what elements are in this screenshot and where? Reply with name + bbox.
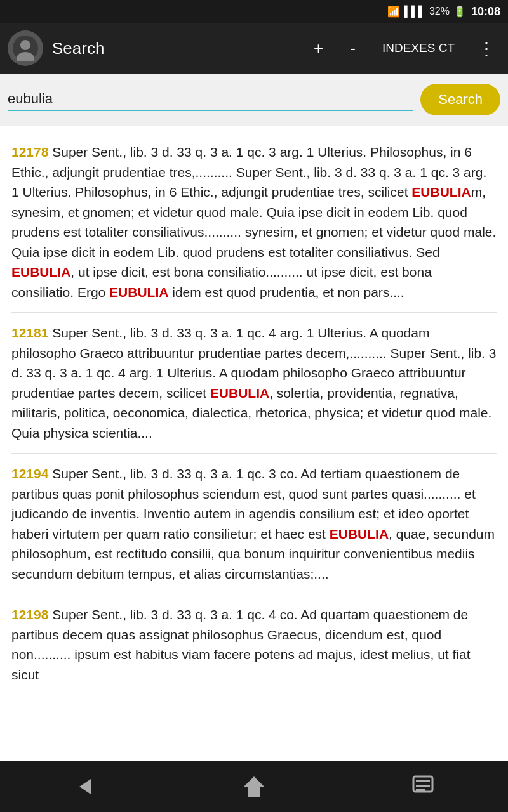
result-id: 12198: [11, 607, 48, 622]
battery-icon: 🔋: [453, 6, 466, 18]
status-bar: 📶 ▌▌▌ 32% 🔋 10:08: [0, 0, 508, 23]
app-title: Search: [52, 39, 296, 58]
app-bar: Search + - INDEXES CT ⋮: [0, 23, 508, 74]
back-button[interactable]: [59, 768, 110, 806]
result-id: 12181: [11, 325, 48, 340]
results-list: 12178 Super Sent., lib. 3 d. 33 q. 3 a. …: [0, 126, 508, 761]
svg-rect-7: [416, 785, 430, 787]
svg-rect-6: [416, 780, 430, 782]
search-highlight: EUBULIA: [11, 265, 70, 279]
search-highlight: EUBULIA: [210, 386, 269, 400]
result-id: 12178: [11, 145, 48, 159]
time-display: 10:08: [471, 5, 500, 18]
battery-label: 32%: [429, 6, 450, 17]
avatar[interactable]: [8, 30, 43, 66]
result-block: 12181 Super Sent., lib. 3 d. 33 q. 3 a. …: [11, 313, 497, 454]
result-block: 12194 Super Sent., lib. 3 d. 33 q. 3 a. …: [11, 454, 497, 594]
indexes-button[interactable]: INDEXES CT: [373, 36, 464, 60]
signal-icon: ▌▌▌: [404, 6, 425, 17]
more-button[interactable]: ⋮: [472, 33, 500, 64]
subtract-button[interactable]: -: [341, 34, 364, 63]
result-text: idem est quod prudentia, et non pars....: [168, 285, 404, 299]
result-block: 12198 Super Sent., lib. 3 d. 33 q. 3 a. …: [11, 594, 497, 695]
search-input[interactable]: [8, 88, 413, 111]
search-highlight: EUBULIA: [411, 185, 471, 199]
result-block: 12178 Super Sent., lib. 3 d. 33 q. 3 a. …: [11, 132, 497, 313]
search-highlight: EUBULIA: [330, 527, 389, 541]
result-id: 12194: [11, 466, 48, 481]
search-button[interactable]: Search: [420, 84, 500, 115]
svg-rect-8: [416, 789, 425, 791]
result-text: Super Sent., lib. 3 d. 33 q. 3 a. 1 qc. …: [11, 607, 471, 682]
svg-marker-4: [244, 776, 264, 797]
home-button[interactable]: [229, 768, 279, 806]
status-icons: 📶 ▌▌▌ 32% 🔋: [387, 6, 466, 18]
search-highlight: EUBULIA: [109, 285, 168, 299]
recent-button[interactable]: [398, 768, 449, 806]
search-bar: Search: [0, 74, 508, 126]
add-button[interactable]: +: [305, 34, 332, 63]
bottom-nav: [0, 761, 508, 812]
sim-icon: 📶: [387, 6, 400, 18]
svg-point-1: [20, 40, 30, 50]
svg-marker-3: [79, 779, 91, 794]
